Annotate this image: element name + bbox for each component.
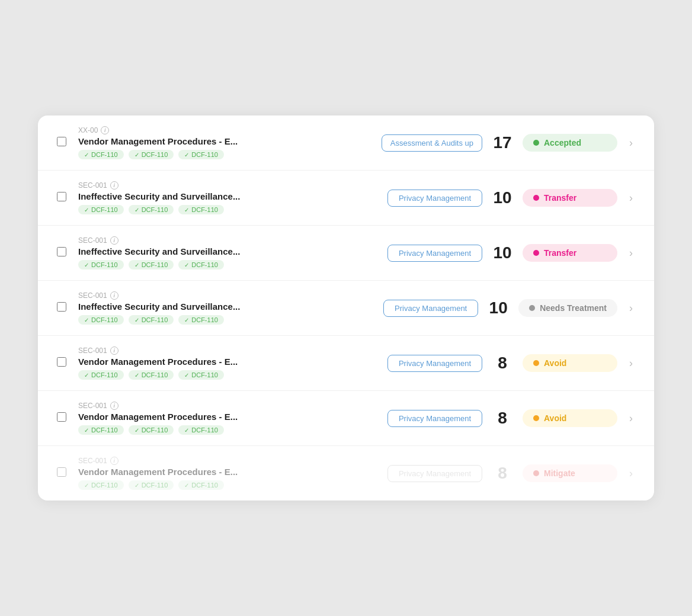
item-title: Vendor Management Procedures - E... <box>78 357 280 367</box>
risk-score: 10 <box>492 243 513 262</box>
row-checkbox[interactable] <box>57 357 66 367</box>
category-badge: Assessment & Audits up <box>382 134 482 152</box>
tag: ✓DCF-110 <box>129 205 174 214</box>
tag: ✓DCF-110 <box>178 315 224 325</box>
risk-score: 17 <box>492 133 513 152</box>
row-checkbox[interactable] <box>57 302 66 312</box>
code-label: SEC-001 <box>78 457 107 465</box>
tag-check-icon: ✓ <box>84 482 89 489</box>
tag: ✓DCF-110 <box>78 315 124 325</box>
info-icon[interactable]: i <box>110 346 118 355</box>
tag: ✓DCF-110 <box>129 370 174 380</box>
tag-check-icon: ✓ <box>184 427 189 434</box>
item-code: SEC-001i <box>78 346 378 355</box>
tag-label: DCF-110 <box>191 426 218 434</box>
tags-list: ✓DCF-110✓DCF-110✓DCF-110 <box>78 150 372 159</box>
tag: ✓DCF-110 <box>129 150 174 159</box>
tag-check-icon: ✓ <box>184 482 189 489</box>
risk-score: 8 <box>492 464 513 483</box>
row-chevron-icon[interactable]: › <box>627 465 635 482</box>
row-chevron-icon[interactable]: › <box>627 134 635 152</box>
status-badge: Transfer <box>523 244 617 262</box>
tag-label: DCF-110 <box>91 482 118 489</box>
code-label: SEC-001 <box>78 181 107 190</box>
tag: ✓DCF-110 <box>178 260 224 270</box>
status-badge: Mitigate <box>523 464 617 482</box>
item-info: SEC-001iIneffective Security and Surveil… <box>78 181 378 214</box>
status-badge: Accepted <box>523 134 617 152</box>
info-icon[interactable]: i <box>110 457 118 465</box>
tag-label: DCF-110 <box>191 206 218 213</box>
item-info: SEC-001iIneffective Security and Surveil… <box>78 236 378 270</box>
code-label: SEC-001 <box>78 346 107 355</box>
info-icon[interactable]: i <box>110 181 118 190</box>
tag: ✓DCF-110 <box>78 150 124 159</box>
row-checkbox-wrap <box>57 467 69 479</box>
tag-check-icon: ✓ <box>84 317 89 323</box>
item-info: SEC-001iVendor Management Procedures - E… <box>78 402 378 435</box>
item-code: SEC-001i <box>78 457 378 465</box>
tag: ✓DCF-110 <box>178 205 224 214</box>
tag-check-icon: ✓ <box>184 207 189 213</box>
list-row: SEC-001iVendor Management Procedures - E… <box>38 391 654 446</box>
tag: ✓DCF-110 <box>78 260 124 270</box>
status-label: Avoid <box>544 413 566 423</box>
status-label: Avoid <box>544 358 566 368</box>
row-checkbox[interactable] <box>57 412 66 422</box>
status-badge: Avoid <box>523 354 617 372</box>
tag-check-icon: ✓ <box>184 317 189 323</box>
status-badge: Avoid <box>523 409 617 427</box>
tag-check-icon: ✓ <box>84 427 89 434</box>
tag-label: DCF-110 <box>142 316 168 323</box>
status-dot-icon <box>533 470 539 476</box>
row-chevron-icon[interactable]: › <box>627 190 635 207</box>
tag-check-icon: ✓ <box>84 372 89 378</box>
row-checkbox[interactable] <box>57 467 66 477</box>
item-code: SEC-001i <box>78 181 378 190</box>
tag-check-icon: ✓ <box>134 317 139 323</box>
code-label: XX-00 <box>78 126 98 134</box>
list-row: SEC-001iIneffective Security and Surveil… <box>38 226 654 281</box>
item-title: Vendor Management Procedures - E... <box>78 412 280 422</box>
code-label: SEC-001 <box>78 291 107 300</box>
tag-label: DCF-110 <box>91 206 118 213</box>
row-checkbox[interactable] <box>57 247 66 256</box>
item-code: SEC-001i <box>78 402 378 410</box>
info-icon[interactable]: i <box>110 291 118 300</box>
tag: ✓DCF-110 <box>178 150 224 159</box>
tag-check-icon: ✓ <box>84 207 89 213</box>
tag-label: DCF-110 <box>191 151 218 158</box>
status-dot-icon <box>533 415 539 421</box>
row-chevron-icon[interactable]: › <box>627 410 635 427</box>
info-icon[interactable]: i <box>110 236 118 245</box>
info-icon[interactable]: i <box>110 402 118 410</box>
status-label: Mitigate <box>544 469 575 478</box>
code-label: SEC-001 <box>78 402 107 410</box>
row-chevron-icon[interactable]: › <box>627 245 635 262</box>
tag: ✓DCF-110 <box>129 315 174 325</box>
list-row: SEC-001iVendor Management Procedures - E… <box>38 446 654 500</box>
tag: ✓DCF-110 <box>129 260 174 270</box>
item-info: SEC-001iIneffective Security and Surveil… <box>78 291 374 325</box>
category-badge: Privacy Management <box>387 465 482 482</box>
info-icon[interactable]: i <box>101 126 109 134</box>
item-code: XX-00i <box>78 126 372 134</box>
row-chevron-icon[interactable]: › <box>627 300 635 317</box>
row-checkbox-wrap <box>57 412 69 424</box>
tags-list: ✓DCF-110✓DCF-110✓DCF-110 <box>78 425 378 435</box>
row-checkbox-wrap <box>57 302 69 314</box>
item-info: SEC-001iVendor Management Procedures - E… <box>78 457 378 490</box>
tag-check-icon: ✓ <box>134 152 139 158</box>
item-title: Ineffective Security and Surveillance... <box>78 301 280 312</box>
list-row: SEC-001iIneffective Security and Surveil… <box>38 171 654 226</box>
tag-label: DCF-110 <box>142 261 168 268</box>
status-dot-icon <box>529 305 535 311</box>
tag: ✓DCF-110 <box>178 370 224 380</box>
status-badge: Needs Treatment <box>518 299 617 317</box>
row-chevron-icon[interactable]: › <box>627 355 635 372</box>
tag: ✓DCF-110 <box>78 425 124 435</box>
tags-list: ✓DCF-110✓DCF-110✓DCF-110 <box>78 260 378 270</box>
row-checkbox[interactable] <box>57 192 66 201</box>
tag: ✓DCF-110 <box>78 480 124 490</box>
row-checkbox[interactable] <box>57 137 66 146</box>
